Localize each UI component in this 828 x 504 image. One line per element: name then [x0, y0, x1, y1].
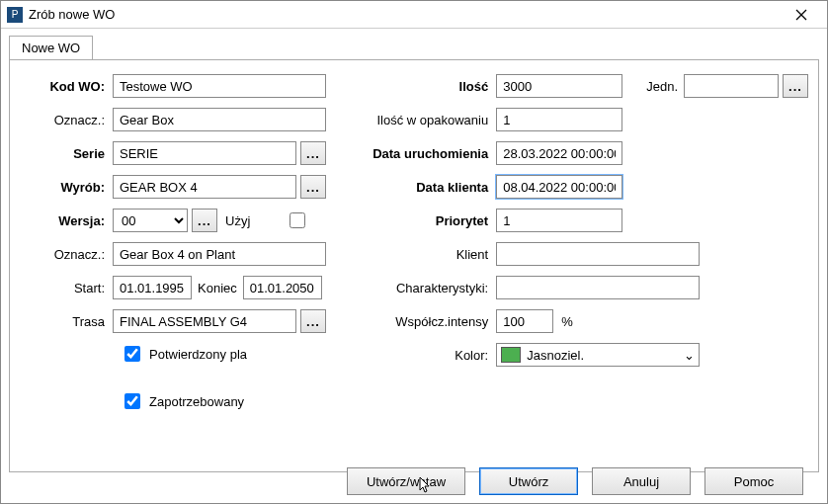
utworz-button[interactable]: Utwórz [479, 467, 578, 495]
potwierdzony-checkbox[interactable] [124, 346, 140, 362]
kolor-select[interactable]: Jasnoziel. ⌄ [496, 343, 700, 367]
klient-input[interactable] [496, 242, 700, 266]
label-ilosc-opak: Ilość w opakowaniu [356, 113, 496, 127]
data-klienta-input[interactable] [496, 175, 622, 199]
label-koniec: Koniec [198, 281, 237, 295]
label-kod-wo: Kod WO: [20, 79, 113, 94]
tab-panel: Kod WO: Oznacz.: Serie ... Wyrób: ... We… [9, 59, 819, 472]
wspolcz-input[interactable] [496, 309, 553, 333]
utworz-wstaw-label: Utwórz/wstaw [367, 474, 446, 489]
jedn-lookup-button[interactable]: ... [783, 74, 808, 98]
priorytet-input[interactable] [496, 209, 622, 232]
koniec-input[interactable] [243, 276, 322, 299]
titlebar: P Zrób nowe WO [1, 1, 827, 29]
wyrob-lookup-button[interactable]: ... [300, 175, 326, 199]
label-wersja: Wersja: [20, 213, 113, 228]
kod-wo-input[interactable] [113, 74, 326, 98]
charakt-input[interactable] [496, 276, 700, 299]
chevron-down-icon: ⌄ [684, 348, 695, 363]
label-oznacz2: Oznacz.: [20, 247, 113, 262]
label-ilosc: Ilość [356, 79, 496, 94]
oznacz2-input [113, 242, 326, 266]
jedn-input[interactable] [684, 74, 779, 98]
serie-lookup-button[interactable]: ... [300, 141, 326, 165]
label-priorytet: Priorytet [356, 213, 496, 228]
tab-nowe-wo[interactable]: Nowe WO [9, 36, 93, 60]
left-column: Kod WO: Oznacz.: Serie ... Wyrób: ... We… [20, 74, 328, 420]
window-title: Zrób nowe WO [29, 7, 782, 22]
color-swatch-icon [501, 347, 521, 363]
wersja-lookup-button[interactable]: ... [192, 209, 217, 232]
label-start: Start: [20, 281, 113, 295]
label-trasa: Trasa [20, 314, 113, 329]
uzyj-checkbox[interactable] [290, 212, 305, 228]
label-potwierdzony: Potwierdzony pla [149, 347, 247, 362]
kolor-value: Jasnoziel. [527, 348, 584, 363]
anuluj-button[interactable]: Anuluj [592, 467, 691, 495]
label-wyrob: Wyrób: [20, 180, 113, 195]
label-kolor: Kolor: [356, 348, 496, 363]
wersja-select[interactable]: 00 [113, 209, 188, 232]
label-charakt: Charakterystyki: [356, 281, 496, 295]
trasa-lookup-button[interactable]: ... [300, 309, 326, 333]
label-data-uruch: Data uruchomienia [356, 146, 496, 161]
label-zapotrzebowany: Zapotrzebowany [149, 394, 244, 409]
data-uruch-input[interactable] [496, 141, 622, 165]
label-wspolcz-unit: % [561, 314, 573, 329]
start-input[interactable] [113, 276, 192, 299]
ilosc-opak-input[interactable] [496, 108, 622, 131]
label-jedn: Jedn. [646, 79, 678, 94]
label-data-klienta: Data klienta [356, 180, 496, 195]
right-column: Ilość Jedn. ... Ilość w opakowaniu Data … [356, 74, 808, 420]
close-button[interactable] [782, 1, 821, 29]
wyrob-input[interactable] [113, 175, 296, 199]
close-icon [795, 9, 807, 21]
label-wspolcz: Współcz.intensy [356, 314, 496, 329]
serie-input[interactable] [113, 141, 296, 165]
label-oznacz1: Oznacz.: [20, 113, 113, 127]
label-klient: Klient [356, 247, 496, 262]
tabbar: Nowe WO [1, 29, 827, 59]
pomoc-button[interactable]: Pomoc [704, 467, 803, 495]
label-uzyj: Użyj [225, 213, 250, 228]
ilosc-input[interactable] [496, 74, 622, 98]
oznacz1-input[interactable] [113, 108, 326, 131]
label-serie: Serie [20, 146, 113, 161]
utworz-wstaw-button[interactable]: Utwórz/wstaw [347, 467, 465, 495]
zapotrzebowany-checkbox[interactable] [124, 393, 140, 409]
trasa-input [113, 309, 296, 333]
footer: Utwórz/wstaw Utwórz Anuluj Pomoc [1, 467, 827, 495]
app-icon: P [7, 7, 23, 23]
